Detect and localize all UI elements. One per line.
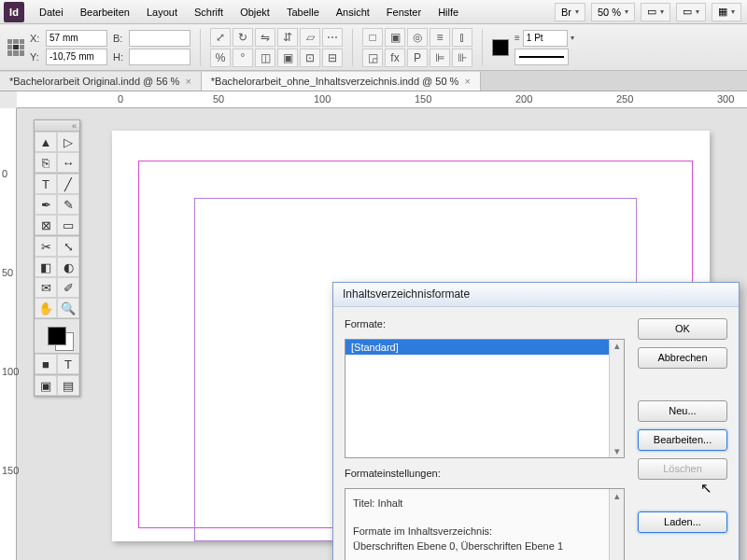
rotate-icon[interactable]: ↻ <box>233 28 253 47</box>
scale-icon[interactable]: ⤢ <box>210 28 231 47</box>
tab-label: *Bachelorarbeit Original.indd @ 56 % <box>9 76 179 87</box>
scrollbar[interactable]: ▴▾ <box>609 489 624 560</box>
width-input[interactable] <box>129 30 190 47</box>
page-tool-icon[interactable]: ⎘ <box>35 152 57 173</box>
dialog-title: Inhaltsverzeichnisformate <box>333 283 739 307</box>
ok-button[interactable]: OK <box>638 318 727 340</box>
vertical-ruler[interactable]: 0 50 100 150 <box>0 108 17 560</box>
wrap-column-icon[interactable]: ⫿ <box>452 28 472 47</box>
height-label: H: <box>113 51 126 63</box>
scroll-down-icon[interactable]: ▾ <box>614 445 620 457</box>
scroll-up-icon[interactable]: ▴ <box>614 489 620 504</box>
chevron-down-icon[interactable]: ▾ <box>571 34 574 42</box>
eyedropper-tool-icon[interactable]: ✐ <box>57 277 79 298</box>
view-mode-button[interactable]: ▭▾ <box>641 3 670 21</box>
scissors-tool-icon[interactable]: ✂ <box>35 236 57 257</box>
delete-button[interactable]: Löschen <box>638 458 727 480</box>
height-input[interactable] <box>129 49 190 65</box>
gradient-swatch-tool-icon[interactable]: ◧ <box>35 257 57 277</box>
align-icon[interactable]: ⊫ <box>430 49 450 67</box>
flip-v-icon[interactable]: ⇵ <box>277 28 298 47</box>
menu-tabelle[interactable]: Tabelle <box>279 3 327 21</box>
menu-schrift[interactable]: Schrift <box>187 3 231 21</box>
corner-icon[interactable]: ◲ <box>362 49 383 67</box>
menu-hilfe[interactable]: Hilfe <box>430 3 466 21</box>
wrap-shape-icon[interactable]: ◎ <box>407 28 428 47</box>
select-container-icon[interactable]: ▣ <box>277 49 298 67</box>
load-button[interactable]: Laden... <box>638 511 727 533</box>
rotate2-icon[interactable]: ° <box>233 49 253 67</box>
chevron-down-icon: ▾ <box>575 7 579 16</box>
fit-frame-icon[interactable]: ⊟ <box>322 49 343 67</box>
doc-tab-1[interactable]: *Bachelorarbeit Original.indd @ 56 %× <box>0 72 202 91</box>
type-tool-icon[interactable]: T <box>35 174 57 194</box>
menu-ansicht[interactable]: Ansicht <box>329 3 377 21</box>
screen-mode-button[interactable]: ▭▾ <box>676 3 706 21</box>
wrap-jump-icon[interactable]: ≡ <box>430 28 450 47</box>
ruler-tick: 50 <box>2 267 13 278</box>
menu-objekt[interactable]: Objekt <box>233 3 277 21</box>
menu-bar: Id Datei Bearbeiten Layout Schrift Objek… <box>0 0 747 24</box>
panel-collapse-icon[interactable]: « <box>35 120 79 132</box>
wrap-bbox-icon[interactable]: ▣ <box>385 28 405 47</box>
cancel-button[interactable]: Abbrechen <box>638 347 727 369</box>
selection-tool-icon[interactable]: ▲ <box>35 132 57 152</box>
effects-icon[interactable]: fx <box>385 49 405 67</box>
close-icon[interactable]: × <box>185 76 190 87</box>
arrange-button[interactable]: ▦▾ <box>712 3 741 21</box>
rectangle-tool-icon[interactable]: ▭ <box>57 215 79 235</box>
flip-h-icon[interactable]: ⇋ <box>255 28 275 47</box>
menu-bearbeiten[interactable]: Bearbeiten <box>73 3 137 21</box>
close-icon[interactable]: × <box>464 76 470 87</box>
bridge-button[interactable]: Br▾ <box>555 3 585 21</box>
select-content-icon[interactable]: ◫ <box>255 49 275 67</box>
ruler-tick: 100 <box>2 366 19 377</box>
apply-text-icon[interactable]: T <box>57 354 79 374</box>
rectangle-frame-tool-icon[interactable]: ⊠ <box>35 215 57 235</box>
line-tool-icon[interactable]: ╱ <box>57 174 79 194</box>
menu-fenster[interactable]: Fenster <box>379 3 429 21</box>
menu-datei[interactable]: Datei <box>32 3 71 21</box>
format-settings-box: Titel: Inhalt Formate im Inhaltsverzeich… <box>345 488 625 560</box>
preview-view-icon[interactable]: ▤ <box>57 375 79 396</box>
normal-view-icon[interactable]: ▣ <box>35 375 57 396</box>
note-tool-icon[interactable]: ✉ <box>35 277 57 298</box>
x-input[interactable] <box>46 30 107 47</box>
reference-point-icon[interactable] <box>7 39 24 56</box>
scroll-up-icon[interactable]: ▴ <box>614 340 620 352</box>
ruler-tick: 200 <box>515 93 532 105</box>
zoom-tool-icon[interactable]: 🔍 <box>57 298 79 318</box>
formats-listbox[interactable]: [Standard] ▴▾ <box>345 339 625 458</box>
pen-tool-icon[interactable]: ✒ <box>35 194 57 215</box>
scrollbar[interactable]: ▴▾ <box>609 340 624 457</box>
p-icon[interactable]: P <box>407 49 428 67</box>
shear-icon[interactable]: ▱ <box>300 28 320 47</box>
opts-icon[interactable]: ⋯ <box>322 28 343 47</box>
edit-button[interactable]: Bearbeiten... <box>638 429 727 451</box>
direct-selection-tool-icon[interactable]: ▷ <box>57 132 79 152</box>
new-button[interactable]: Neu... <box>638 400 727 422</box>
hand-tool-icon[interactable]: ✋ <box>35 298 57 318</box>
settings-line: Formate im Inhaltsverzeichnis: <box>353 525 616 539</box>
doc-tab-2[interactable]: *Bachelorarbeit_ohne_Inhaltsverzeichnis.… <box>202 72 481 91</box>
zoom-dropdown[interactable]: 50 %▾ <box>591 3 635 21</box>
stroke-weight-input[interactable] <box>523 30 568 47</box>
free-transform-tool-icon[interactable]: ⤡ <box>57 236 79 257</box>
fit-content-icon[interactable]: ⊡ <box>300 49 320 67</box>
apply-color-icon[interactable]: ■ <box>35 354 57 374</box>
toc-formats-dialog: Inhaltsverzeichnisformate Formate: [Stan… <box>332 282 740 560</box>
stroke-style-dropdown[interactable] <box>514 49 569 65</box>
fill-stroke-swatch[interactable] <box>35 319 79 353</box>
wrap-none-icon[interactable]: □ <box>362 28 383 47</box>
distribute-icon[interactable]: ⊪ <box>452 49 472 67</box>
gap-tool-icon[interactable]: ↔ <box>57 152 79 173</box>
pencil-tool-icon[interactable]: ✎ <box>57 194 79 215</box>
horizontal-ruler[interactable]: 0 50 100 150 200 250 300 <box>17 91 747 108</box>
format-item-standard[interactable]: [Standard] <box>345 340 624 355</box>
gradient-feather-tool-icon[interactable]: ◐ <box>57 257 79 277</box>
menu-layout[interactable]: Layout <box>139 3 185 21</box>
scale2-icon[interactable]: % <box>210 49 231 67</box>
fill-swatch[interactable] <box>492 39 509 56</box>
y-input[interactable] <box>46 49 107 65</box>
stroke-weight-icon: ≡ <box>514 33 520 43</box>
